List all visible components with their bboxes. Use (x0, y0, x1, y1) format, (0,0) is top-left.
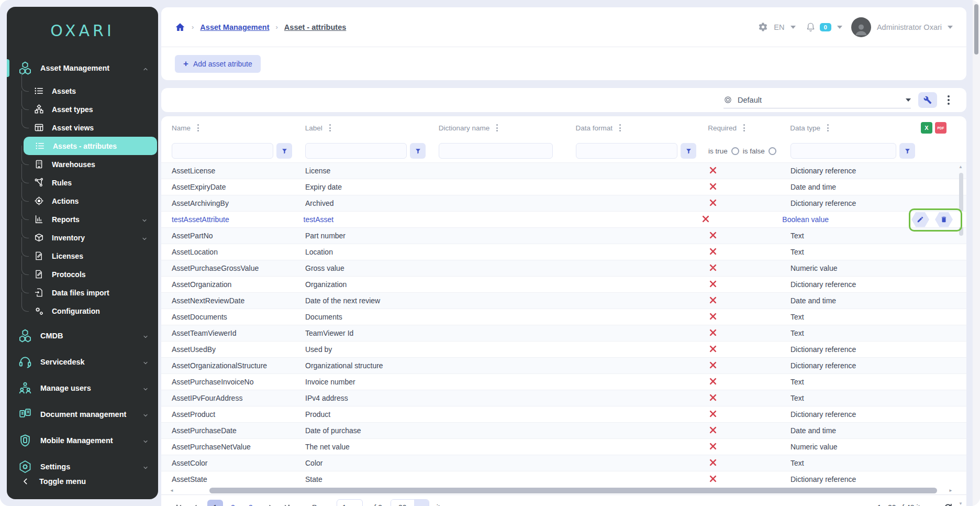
sidebar-item-warehouses[interactable]: Warehouses (7, 155, 158, 173)
sidebar-item-assets-attributes[interactable]: Assets - attributes (24, 137, 157, 155)
table-row-assetproduct[interactable]: AssetProductProductDictionary reference (161, 406, 966, 422)
configure-view-button[interactable] (918, 92, 937, 108)
sidebar-section-mobile-management[interactable]: Mobile Management (7, 430, 158, 451)
table-row-assetpartno[interactable]: AssetPartNoPart numberText (161, 227, 966, 244)
sidebar-item-actions[interactable]: Actions (7, 192, 158, 210)
table-row-assetstate[interactable]: AssetStateStateDictionary reference (161, 471, 966, 487)
delete-button[interactable] (935, 212, 953, 227)
prev-page-icon[interactable] (191, 503, 199, 506)
breadcrumb-current-asset-attributes[interactable]: Asset - attributes (284, 23, 346, 31)
horizontal-scrollbar-thumb[interactable] (209, 488, 937, 493)
table-row-assetnextreviewdate[interactable]: AssetNextReviewDateDate of the next revi… (161, 292, 966, 309)
sidebar-section-manage-users[interactable]: Manage users (7, 378, 158, 399)
page-scrollbar[interactable] (973, 0, 980, 506)
sidebar-item-configuration[interactable]: Configuration (7, 302, 158, 320)
column-menu-icon[interactable] (742, 123, 747, 133)
scroll-left-arrow-icon[interactable]: ◄ (170, 488, 174, 493)
refresh-icon[interactable] (943, 503, 953, 506)
name-filter-input[interactable] (172, 143, 273, 159)
add-asset-attribute-button[interactable]: + Add asset atribute (175, 55, 261, 73)
data-type-filter-input[interactable] (790, 143, 896, 159)
table-row-assetipvfouraddress[interactable]: AssetIPvFourAddressIPv4 addressText (161, 390, 966, 406)
language-chevron-down-icon[interactable] (790, 26, 796, 29)
sidebar-section-asset-management[interactable]: Asset Management (7, 58, 158, 79)
sidebar-item-asset-views[interactable]: Asset views (7, 118, 158, 137)
table-row-assetlicense[interactable]: AssetLicenseLicenseDictionary reference (161, 162, 966, 179)
toggle-menu-button[interactable]: Toggle menu (7, 477, 158, 486)
sidebar-item-assets[interactable]: Assets (7, 82, 158, 100)
data-type-filter-button[interactable] (899, 143, 915, 159)
sidebar-item-rules[interactable]: Rules (7, 173, 158, 192)
table-row-assetteamviewerid[interactable]: AssetTeamViewerIdTeamViewer IdText (161, 325, 966, 341)
kebab-menu-icon[interactable] (945, 93, 952, 107)
column-menu-icon[interactable] (618, 123, 622, 133)
sidebar-item-reports[interactable]: Reports (7, 210, 158, 228)
view-selector-dropdown[interactable]: Default (723, 92, 911, 108)
table-row-assetcolor[interactable]: AssetColorColorText (161, 455, 966, 471)
column-menu-icon[interactable] (826, 123, 830, 133)
table-row-testassetattribute[interactable]: testAssetAttributetestAssetBoolean value (161, 211, 966, 227)
table-row-assetorganization[interactable]: AssetOrganizationOrganizationDictionary … (161, 276, 966, 292)
scroll-right-arrow-icon[interactable]: ► (949, 488, 953, 493)
page-number-input[interactable] (337, 499, 363, 506)
language-selector[interactable]: EN (774, 23, 784, 31)
table-row-assetarchivingby[interactable]: AssetArchivingByArchivedDictionary refer… (161, 195, 966, 211)
network-icon (34, 178, 44, 188)
sidebar-section-cmdb[interactable]: CMDB (7, 325, 158, 346)
pdf-export-icon[interactable]: PDF (935, 122, 946, 134)
notifications-chevron-down-icon[interactable] (837, 26, 842, 29)
user-name[interactable]: Administrator Oxari (877, 23, 942, 31)
sidebar-item-licenses[interactable]: Licenses (7, 247, 158, 265)
label-filter-button[interactable] (410, 143, 426, 159)
table-row-assetpurchasegrossvalue[interactable]: AssetPurchaseGrossValueGross valueNumeri… (161, 260, 966, 276)
list-icon (35, 141, 45, 151)
sidebar-item-protocols[interactable]: Protocols (7, 265, 158, 283)
label-filter-input[interactable] (305, 143, 407, 159)
sidebar-section-servicedesk[interactable]: Servicedesk (7, 351, 158, 372)
sidebar-item-asset-types[interactable]: Asset types (7, 100, 158, 118)
column-menu-icon[interactable] (196, 123, 201, 133)
items-per-page-label: items per page (437, 503, 485, 506)
home-icon[interactable] (175, 22, 185, 32)
table-row-assetexpirydate[interactable]: AssetExpiryDateExpiry dateDate and time (161, 179, 966, 195)
page-button-2[interactable]: 2 (225, 500, 241, 506)
sidebar-item-data-files-import[interactable]: Data files import (7, 283, 158, 302)
first-page-icon[interactable] (175, 503, 183, 506)
cell-required (708, 280, 790, 289)
scroll-down-arrow-icon[interactable]: ▼ (959, 501, 963, 506)
page-scrollbar-thumb[interactable] (974, 4, 978, 54)
table-row-assetdocuments[interactable]: AssetDocumentsDocumentsText (161, 309, 966, 325)
scroll-up-arrow-icon[interactable]: ▲ (959, 164, 963, 169)
sidebar-section-document-management[interactable]: Document management (7, 404, 158, 425)
page-button-1[interactable]: 1 (207, 500, 223, 506)
settings-gear-icon[interactable] (758, 22, 768, 32)
table-row-assetusedby[interactable]: AssetUsedByUsed byDictionary reference (161, 341, 966, 357)
table-row-assetpurchaseinvoiceno[interactable]: AssetPurchaseInvoiceNoInvoice numberText (161, 373, 966, 390)
breadcrumb-link-asset-management[interactable]: Asset Management (200, 23, 269, 31)
excel-export-icon[interactable]: X (921, 122, 932, 134)
bell-icon[interactable] (806, 22, 816, 32)
user-avatar[interactable] (851, 17, 871, 37)
data-format-filter-button[interactable] (681, 143, 696, 159)
horizontal-scrollbar[interactable]: ◄ ► (169, 487, 959, 494)
column-menu-icon[interactable] (328, 123, 332, 133)
is-true-radio[interactable] (731, 147, 739, 155)
table-row-assetpurchasenetvalue[interactable]: AssetPurchaseNetValueThe net valueNumeri… (161, 438, 966, 455)
column-menu-icon[interactable] (495, 123, 499, 133)
table-row-assetorganizationalstructure[interactable]: AssetOrganizationalStructureOrganization… (161, 357, 966, 373)
next-page-icon[interactable] (267, 503, 275, 506)
sidebar-item-inventory[interactable]: Inventory (7, 228, 158, 247)
dictionary-name-filter-input[interactable] (439, 143, 553, 159)
data-format-filter-input[interactable] (576, 143, 677, 159)
name-filter-button[interactable] (276, 143, 292, 159)
is-false-radio[interactable] (769, 147, 776, 155)
last-page-icon[interactable] (283, 503, 291, 506)
user-menu-chevron-down-icon[interactable] (948, 26, 953, 29)
items-per-page-select[interactable]: 20 (391, 499, 429, 506)
table-row-assetlocation[interactable]: AssetLocationLocationText (161, 244, 966, 260)
table-row-assetpurchasedate[interactable]: AssetPurchaseDateDate of purchaseDate an… (161, 422, 966, 438)
edit-button[interactable] (911, 212, 929, 227)
sidebar-section-settings[interactable]: Settings (7, 456, 158, 477)
cell-name: AssetPurchaseGrossValue (161, 264, 305, 272)
page-button-3[interactable]: 3 (243, 500, 259, 506)
